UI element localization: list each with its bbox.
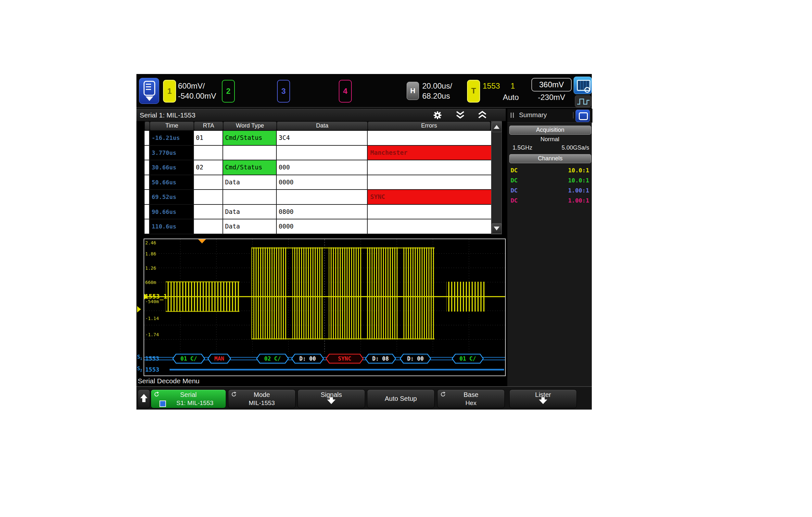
touch-zoom-button[interactable]	[574, 77, 592, 94]
horizontal-button[interactable]: H	[407, 82, 419, 100]
table-row[interactable]: 30.66us02Cmd/Status000	[145, 160, 491, 175]
pause-icon	[511, 113, 515, 118]
probe-ratio-value: 10.0:1	[568, 175, 589, 185]
column-header-data: Data	[277, 122, 367, 130]
table-row[interactable]: 110.6usData0000	[145, 219, 491, 234]
cell-time: 50.66us	[150, 175, 194, 189]
channel-1-scale: 600mV/	[178, 81, 216, 91]
cell-data: 3C4	[277, 131, 368, 145]
row-indicator	[145, 205, 150, 219]
cell-rta	[194, 219, 223, 234]
cell-word-type: Cmd/Status	[223, 131, 277, 145]
channel-1-button[interactable]: 1	[163, 80, 176, 102]
column-header-wordtype: Word Type	[224, 122, 277, 130]
cell-data: 0000	[277, 219, 368, 234]
row-indicator	[145, 146, 150, 160]
softkey-menu: Serial S1: MIL-1553 Mode MIL-1553 Signal…	[137, 386, 592, 409]
serial1-label: S1	[137, 354, 142, 361]
table-row[interactable]: -16.21us01Cmd/Status3C4	[145, 131, 491, 146]
trigger-source-channel: 1	[511, 81, 515, 91]
cell-word-type: Data	[223, 175, 277, 189]
down-arrow-icon	[327, 399, 336, 404]
mode-softkey[interactable]: Mode MIL-1553	[228, 390, 296, 408]
mode-softkey-label: Mode	[228, 391, 295, 399]
auto-setup-softkey-label: Auto Setup	[367, 395, 434, 402]
main-menu-button[interactable]	[139, 78, 159, 104]
cell-rta	[194, 146, 223, 160]
row-indicator	[145, 219, 150, 234]
coupling-value: DC	[511, 175, 518, 185]
coupling-value: DC	[511, 165, 518, 175]
cell-word-type: Data	[223, 219, 277, 234]
decode-bubble-text: 02 C/	[264, 355, 281, 362]
channel-4-button[interactable]: 4	[339, 80, 352, 102]
channel-1-readout: 600mV/ -540.00mV	[178, 81, 216, 101]
menu-title: Serial Decode Menu	[138, 377, 199, 385]
probe-ratio-value: 1.00:1	[568, 185, 589, 195]
timebase-scale: 20.00us/	[422, 81, 452, 91]
coupling-value: DC	[511, 195, 518, 206]
gear-icon[interactable]	[433, 111, 442, 120]
channel-trace-label: 1553_1	[145, 293, 167, 300]
cell-data	[277, 190, 368, 204]
lister-header-row: Time RTA Word Type Data Errors	[145, 121, 491, 131]
magnifier-icon	[584, 87, 590, 93]
column-header-rta: RTA	[194, 122, 223, 130]
table-row[interactable]: 90.66usData0800	[145, 205, 491, 220]
decode-bubble-text: D: 00	[407, 355, 424, 362]
decode-bubble-text: D: 00	[299, 355, 316, 362]
trigger-level-marker-icon[interactable]	[137, 306, 141, 312]
lister-titlebar: Serial 1: MIL-1553	[137, 109, 506, 121]
table-row[interactable]: 69.52usSYNC	[145, 190, 491, 205]
mode-softkey-value: MIL-1553	[228, 399, 295, 407]
auto-setup-softkey[interactable]: Auto Setup	[367, 390, 435, 408]
horizontal-readout: 20.00us/ 68.20us	[422, 81, 452, 101]
scroll-down-button[interactable]	[492, 223, 502, 234]
lister-softkey[interactable]: Lister	[509, 390, 577, 408]
base-softkey[interactable]: Base Hex	[437, 390, 505, 408]
base-softkey-label: Base	[437, 391, 504, 399]
chevron-double-down-icon[interactable]	[455, 111, 465, 120]
menu-back-button[interactable]	[138, 390, 150, 408]
trigger-level-upper[interactable]: 360mV	[531, 78, 572, 92]
table-row[interactable]: 50.66usData0000	[145, 175, 491, 190]
probe-ratio-value: 10.0:1	[568, 165, 589, 175]
acquisition-section-header: Acquisition	[509, 126, 591, 135]
display-mode-button[interactable]	[575, 95, 591, 107]
lister-scrollbar[interactable]	[491, 121, 502, 234]
summary-sidebar: Summary Acquisition Normal 1.5GHz 5.00GS…	[507, 109, 592, 386]
channels-section-header: Channels	[509, 154, 591, 163]
y-axis-label: -1.14	[145, 316, 159, 321]
channel-2-button[interactable]: 2	[222, 80, 235, 102]
y-axis-label: 1.86	[145, 251, 156, 256]
chevron-double-up-icon[interactable]	[477, 111, 487, 120]
sidebar-window-button[interactable]	[576, 110, 590, 122]
scroll-up-icon	[494, 125, 499, 129]
scroll-up-button[interactable]	[492, 122, 502, 132]
trigger-button[interactable]: T	[467, 80, 480, 102]
channel-3-button[interactable]: 3	[277, 80, 290, 102]
cell-error	[368, 175, 491, 189]
channel-summary-row: DC10.0:1	[508, 175, 592, 185]
timebase-delay: 68.20us	[422, 91, 452, 101]
cell-time: 3.770us	[150, 146, 194, 160]
cell-time: -16.21us	[150, 131, 194, 145]
cell-word-type: Data	[223, 205, 277, 219]
trigger-time-marker-icon[interactable]	[198, 239, 206, 243]
cell-time: 30.66us	[150, 160, 194, 175]
bus1-name: 1553	[145, 355, 159, 362]
large-burst	[252, 247, 435, 339]
cell-word-type	[223, 146, 277, 160]
cell-time: 90.66us	[150, 205, 194, 219]
table-row[interactable]: 3.770usManchester	[145, 146, 491, 161]
cell-data: 0000	[277, 175, 368, 189]
y-axis-label: 1.26	[145, 266, 156, 271]
coupling-value: DC	[511, 185, 518, 195]
cell-rta	[194, 175, 223, 189]
probe-ratio-value: 1.00:1	[568, 195, 589, 206]
channel-summary-row: DC1.00:1	[508, 195, 592, 206]
y-axis-label: 2.46	[145, 240, 156, 245]
serial-softkey[interactable]: Serial S1: MIL-1553	[151, 390, 226, 408]
signals-softkey[interactable]: Signals	[297, 390, 365, 408]
cell-rta: 02	[194, 160, 223, 175]
